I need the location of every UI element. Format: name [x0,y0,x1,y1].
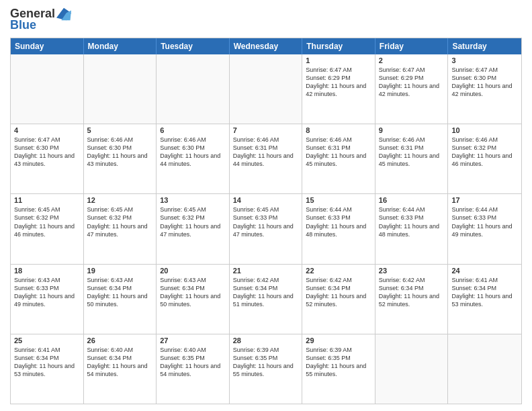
day-number: 26 [87,336,153,345]
logo: General Blue [10,7,71,32]
calendar-cell [11,54,84,124]
calendar-cell [157,54,230,124]
day-info: Sunrise: 6:47 AM Sunset: 6:29 PM Dayligh… [379,66,445,99]
day-number: 3 [451,56,518,64]
day-number: 8 [306,126,371,134]
day-info: Sunrise: 6:41 AM Sunset: 6:34 PM Dayligh… [451,276,518,309]
page: General Blue SundayMondayTuesdayWednesda… [0,0,532,411]
day-number: 15 [306,196,371,204]
day-number: 2 [379,56,445,64]
day-info: Sunrise: 6:45 AM Sunset: 6:32 PM Dayligh… [160,205,226,238]
calendar-cell: 25Sunrise: 6:41 AM Sunset: 6:34 PM Dayli… [11,334,84,404]
calendar-cell: 2Sunrise: 6:47 AM Sunset: 6:29 PM Daylig… [375,54,449,124]
calendar-cell: 8Sunrise: 6:46 AM Sunset: 6:31 PM Daylig… [302,124,375,193]
day-number: 17 [451,196,518,204]
day-info: Sunrise: 6:43 AM Sunset: 6:33 PM Dayligh… [14,276,80,309]
day-number: 24 [451,267,518,275]
day-number: 20 [160,267,226,275]
calendar-header: SundayMondayTuesdayWednesdayThursdayFrid… [11,38,521,54]
day-of-week-header: Tuesday [157,38,230,54]
day-of-week-header: Monday [84,38,157,54]
day-of-week-header: Thursday [302,38,375,54]
calendar: SundayMondayTuesdayWednesdayThursdayFrid… [10,38,522,404]
calendar-cell: 18Sunrise: 6:43 AM Sunset: 6:33 PM Dayli… [11,265,84,334]
logo-text-blue: Blue [10,19,36,32]
day-info: Sunrise: 6:39 AM Sunset: 6:35 PM Dayligh… [306,346,371,379]
day-info: Sunrise: 6:45 AM Sunset: 6:33 PM Dayligh… [233,205,299,238]
day-of-week-header: Wednesday [230,38,303,54]
calendar-cell: 6Sunrise: 6:46 AM Sunset: 6:30 PM Daylig… [157,124,230,193]
day-number: 10 [451,126,518,134]
calendar-cell: 11Sunrise: 6:45 AM Sunset: 6:32 PM Dayli… [11,194,84,263]
day-info: Sunrise: 6:46 AM Sunset: 6:31 PM Dayligh… [233,136,299,169]
calendar-cell: 13Sunrise: 6:45 AM Sunset: 6:32 PM Dayli… [157,194,230,263]
logo-icon [56,7,71,21]
day-number: 18 [14,267,80,275]
day-number: 29 [306,336,371,345]
day-number: 9 [379,126,445,134]
day-number: 11 [14,196,80,204]
day-number: 27 [160,336,226,345]
day-of-week-header: Sunday [11,38,84,54]
day-info: Sunrise: 6:45 AM Sunset: 6:32 PM Dayligh… [14,205,80,238]
day-of-week-header: Saturday [448,38,521,54]
day-of-week-header: Friday [375,38,449,54]
calendar-cell: 24Sunrise: 6:41 AM Sunset: 6:34 PM Dayli… [448,265,521,334]
calendar-cell: 12Sunrise: 6:45 AM Sunset: 6:32 PM Dayli… [84,194,157,263]
calendar-body: 1Sunrise: 6:47 AM Sunset: 6:29 PM Daylig… [11,54,521,404]
calendar-cell: 17Sunrise: 6:44 AM Sunset: 6:33 PM Dayli… [448,194,521,263]
calendar-cell [375,334,449,404]
day-number: 6 [160,126,226,134]
calendar-week-row: 4Sunrise: 6:47 AM Sunset: 6:30 PM Daylig… [11,124,521,193]
calendar-week-row: 11Sunrise: 6:45 AM Sunset: 6:32 PM Dayli… [11,193,521,263]
calendar-week-row: 25Sunrise: 6:41 AM Sunset: 6:34 PM Dayli… [11,334,521,404]
calendar-week-row: 18Sunrise: 6:43 AM Sunset: 6:33 PM Dayli… [11,264,521,334]
day-info: Sunrise: 6:42 AM Sunset: 6:34 PM Dayligh… [233,276,299,309]
day-number: 21 [233,267,299,275]
day-info: Sunrise: 6:43 AM Sunset: 6:34 PM Dayligh… [160,276,226,309]
calendar-cell: 16Sunrise: 6:44 AM Sunset: 6:33 PM Dayli… [375,194,449,263]
day-info: Sunrise: 6:45 AM Sunset: 6:32 PM Dayligh… [87,205,153,238]
calendar-cell: 29Sunrise: 6:39 AM Sunset: 6:35 PM Dayli… [302,334,375,404]
day-info: Sunrise: 6:44 AM Sunset: 6:33 PM Dayligh… [451,205,518,238]
day-number: 14 [233,196,299,204]
calendar-cell: 15Sunrise: 6:44 AM Sunset: 6:33 PM Dayli… [302,194,375,263]
day-info: Sunrise: 6:41 AM Sunset: 6:34 PM Dayligh… [14,346,80,379]
day-number: 1 [306,56,371,64]
day-info: Sunrise: 6:42 AM Sunset: 6:34 PM Dayligh… [379,276,445,309]
calendar-cell: 19Sunrise: 6:43 AM Sunset: 6:34 PM Dayli… [84,265,157,334]
day-info: Sunrise: 6:46 AM Sunset: 6:31 PM Dayligh… [379,136,445,169]
day-info: Sunrise: 6:40 AM Sunset: 6:35 PM Dayligh… [160,346,226,379]
day-number: 13 [160,196,226,204]
calendar-cell: 3Sunrise: 6:47 AM Sunset: 6:30 PM Daylig… [448,54,521,124]
calendar-cell: 5Sunrise: 6:46 AM Sunset: 6:30 PM Daylig… [84,124,157,193]
day-number: 7 [233,126,299,134]
day-number: 23 [379,267,445,275]
day-info: Sunrise: 6:43 AM Sunset: 6:34 PM Dayligh… [87,276,153,309]
day-info: Sunrise: 6:47 AM Sunset: 6:29 PM Dayligh… [306,66,371,99]
calendar-cell [84,54,157,124]
calendar-cell: 4Sunrise: 6:47 AM Sunset: 6:30 PM Daylig… [11,124,84,193]
calendar-cell: 22Sunrise: 6:42 AM Sunset: 6:34 PM Dayli… [302,265,375,334]
day-info: Sunrise: 6:46 AM Sunset: 6:31 PM Dayligh… [306,136,371,169]
day-number: 5 [87,126,153,134]
header: General Blue [10,7,522,32]
calendar-cell: 10Sunrise: 6:46 AM Sunset: 6:32 PM Dayli… [448,124,521,193]
day-info: Sunrise: 6:46 AM Sunset: 6:30 PM Dayligh… [87,136,153,169]
day-info: Sunrise: 6:44 AM Sunset: 6:33 PM Dayligh… [379,205,445,238]
day-number: 25 [14,336,80,345]
calendar-cell [230,54,303,124]
day-info: Sunrise: 6:44 AM Sunset: 6:33 PM Dayligh… [306,205,371,238]
day-number: 28 [233,336,299,345]
calendar-cell: 26Sunrise: 6:40 AM Sunset: 6:34 PM Dayli… [84,334,157,404]
day-info: Sunrise: 6:46 AM Sunset: 6:30 PM Dayligh… [160,136,226,169]
calendar-cell: 7Sunrise: 6:46 AM Sunset: 6:31 PM Daylig… [230,124,303,193]
calendar-cell: 1Sunrise: 6:47 AM Sunset: 6:29 PM Daylig… [302,54,375,124]
day-number: 22 [306,267,371,275]
day-number: 12 [87,196,153,204]
calendar-cell [448,334,521,404]
day-info: Sunrise: 6:42 AM Sunset: 6:34 PM Dayligh… [306,276,371,309]
day-info: Sunrise: 6:39 AM Sunset: 6:35 PM Dayligh… [233,346,299,379]
day-info: Sunrise: 6:47 AM Sunset: 6:30 PM Dayligh… [451,66,518,99]
calendar-cell: 23Sunrise: 6:42 AM Sunset: 6:34 PM Dayli… [375,265,449,334]
